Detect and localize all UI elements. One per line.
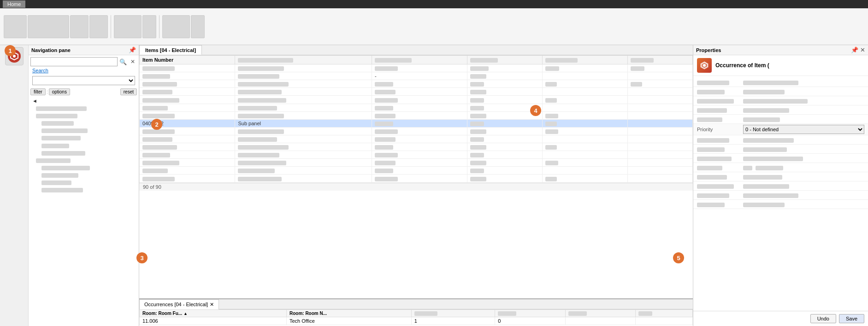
table-row[interactable] [140,96,693,104]
props-priority-row: Priority 0 - Not defined 1 - High 2 - Me… [693,124,868,135]
undo-button[interactable]: Undo [810,314,836,323]
occ-room-full: 11.006 [140,317,287,325]
clear-search-btn[interactable]: ✕ [129,58,137,66]
nav-tree-item-4[interactable] [29,127,139,134]
props-row-11 [693,172,868,181]
props-body: Priority 0 - Not defined 1 - High 2 - Me… [693,76,868,311]
col-desc-bar [238,58,293,63]
nav-pin-icon[interactable]: 📌 [129,47,136,53]
row-bar [375,82,393,87]
ribbon-btn-3[interactable] [70,15,89,38]
ribbon-btn-5[interactable] [114,15,142,38]
row-bar [142,82,177,87]
props-close-icon[interactable]: ✕ [860,47,865,53]
nav-filter-btn-1[interactable]: filter [30,88,46,95]
search-link[interactable]: Search [30,68,50,73]
table-row[interactable] [140,159,693,167]
table-row[interactable] [140,80,693,88]
nav-tree-item-2[interactable] [29,112,139,119]
search-input[interactable] [30,57,118,66]
props-pin-icon[interactable]: 📌 [851,47,858,53]
sidebar-icon-1[interactable] [5,47,24,65]
table-row[interactable] [140,135,693,143]
nav-filter-btn-3[interactable]: reset [120,88,137,95]
nav-dropdown[interactable] [32,76,135,85]
occ-col-2[interactable]: Room: Room N... [286,310,411,317]
occurrences-tab[interactable]: Occurrences [04 - Electrical] ✕ [139,299,219,309]
ribbon-btn-8[interactable] [191,15,205,38]
row-bar [375,114,396,118]
table-row-selected[interactable]: 0409.002 Sub panel [140,119,693,127]
nav-tree-item-9[interactable] [29,164,139,171]
table-row[interactable] [140,143,693,151]
occ-col-5[interactable] [565,310,636,317]
col-6[interactable] [628,56,693,64]
occurrences-tab-close[interactable]: ✕ [210,302,214,308]
nav-tree-item-7[interactable] [29,149,139,157]
nav-tree-item-bar-3 [41,121,74,126]
app-badge [8,50,21,63]
table-row[interactable] [140,88,693,96]
save-button[interactable]: Save [839,314,864,323]
col-description[interactable] [235,56,372,64]
table-row[interactable] [140,151,693,159]
items-table-container[interactable]: Item Number [139,55,693,298]
ribbon-btn-7[interactable] [162,15,190,38]
items-tab-label: Items [04 - Electrical] [145,47,196,53]
nav-tree-item-1[interactable] [29,105,139,112]
ribbon-btn-4[interactable] [89,15,108,38]
row-bar [142,90,172,94]
occ-table-row[interactable]: 11.006 Tech Office 1 0 [140,317,693,325]
bottom-panel: Occurrences [04 - Electrical] ✕ Room: Ro… [139,298,693,326]
row-bar [238,98,286,103]
props-priority-value[interactable]: 0 - Not defined 1 - High 2 - Medium 3 - … [743,125,864,134]
table-row[interactable]: - [140,72,693,80]
row-bar [375,145,393,150]
nav-tree-item-6[interactable] [29,141,139,149]
nav-tree-item-10[interactable] [29,171,139,179]
occ-col-4[interactable] [495,310,566,317]
ribbon-btn-6[interactable] [142,15,156,38]
row-bar [470,98,484,103]
occurrences-table: Room: Room Fu... ▲ Room: Room N... [139,309,693,325]
occ-col5-val [565,317,636,325]
nav-tree-item-bar-10 [41,173,78,178]
search-icon-btn[interactable]: 🔍 [118,57,128,66]
row-bar [470,161,486,165]
ribbon-btn-1[interactable] [4,15,27,38]
ribbon-separator-1 [111,15,111,38]
home-tab[interactable]: Home [3,0,25,8]
table-row[interactable] [140,167,693,175]
table-row[interactable] [140,127,693,135]
nav-tree-item-12[interactable] [29,186,139,193]
nav-filter-row: filter : options reset [29,87,139,96]
tab-bar: Items [04 - Electrical] [139,45,693,55]
item-number-cell: 0409.002 [140,119,235,127]
nav-tree-item-11[interactable] [29,179,139,186]
row-bar [631,82,642,87]
col-5[interactable] [543,56,628,64]
row-bar [470,169,484,173]
col-3[interactable] [372,56,467,64]
table-row[interactable] [140,64,693,72]
nav-tree-collapse[interactable]: ◄ [29,97,139,105]
nav-tree-item-5[interactable] [29,134,139,141]
ribbon-btn-2[interactable] [28,15,69,38]
col-4[interactable] [467,56,543,64]
table-row[interactable] [140,111,693,119]
occ-col-1[interactable]: Room: Room Fu... ▲ [140,310,287,317]
priority-select[interactable]: 0 - Not defined 1 - High 2 - Medium 3 - … [743,125,864,134]
items-tab[interactable]: Items [04 - Electrical] [139,45,202,55]
nav-tree-item-3[interactable] [29,119,139,127]
occ-col-6[interactable] [636,310,693,317]
col-item-number[interactable]: Item Number [140,56,235,64]
props-row-3 [693,96,868,105]
row-bar [470,66,489,71]
row-bar [375,122,393,126]
table-row[interactable] [140,104,693,111]
nav-tree-item-8[interactable] [29,157,139,164]
table-row[interactable] [140,175,693,182]
priority-label-text: Priority [697,127,713,132]
occ-col-3[interactable] [411,310,495,317]
nav-filter-btn-2[interactable]: options [49,88,70,95]
